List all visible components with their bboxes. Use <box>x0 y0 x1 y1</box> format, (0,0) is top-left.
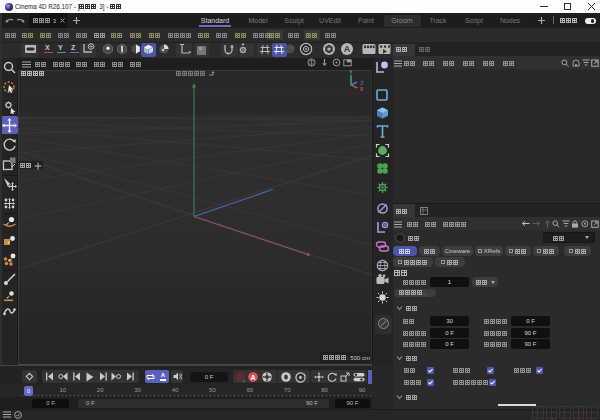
svg-text:Z: Z <box>360 80 363 86</box>
svg-text:A: A <box>344 44 351 54</box>
svg-text:X: X <box>360 86 364 92</box>
svg-text:Y: Y <box>349 69 353 75</box>
svg-text:A: A <box>250 373 255 380</box>
